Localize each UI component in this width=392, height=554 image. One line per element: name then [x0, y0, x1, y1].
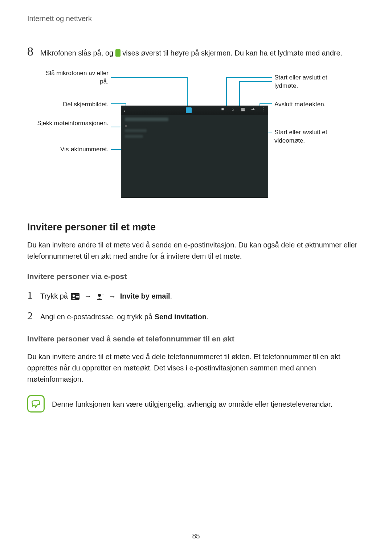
note-text: Denne funksjonen kan være utilgjengelig,…: [52, 395, 332, 410]
svg-rect-4: [76, 297, 79, 298]
video-icon: ■: [220, 107, 225, 112]
screenshot-body: [121, 115, 268, 144]
diagram-line: [111, 103, 126, 104]
breadcrumb: Internett og nettverk: [27, 15, 365, 23]
contacts-icon: ▦: [240, 107, 245, 112]
phone-icon: ⌕: [230, 107, 235, 112]
step1-suffix: .: [170, 292, 172, 300]
svg-rect-3: [76, 296, 79, 297]
diagram-line: [187, 77, 188, 108]
meeting-screenshot-diagram: Slå mikrofonen av eller på. Del skjermbi…: [27, 69, 365, 200]
step-number-1: 1: [27, 289, 40, 301]
step-2-text: Angi en e-postadresse, og trykk på Send …: [40, 311, 209, 322]
note-icon: [27, 395, 45, 413]
diagram-line: [226, 77, 272, 78]
blurred-info: [125, 129, 147, 132]
microphone-icon: [115, 49, 121, 57]
contacts-list-icon: [71, 292, 79, 303]
blurred-info: [125, 135, 143, 138]
step-2: 2 Angi en e-postadresse, og trykk på Sen…: [27, 309, 365, 322]
step8-before: Mikrofonen slås på, og: [40, 49, 115, 57]
send-invitation-label: Send invitation: [155, 313, 207, 321]
callout-share-screen: Del skjermbildet.: [40, 100, 109, 109]
diagram-line: [111, 77, 187, 78]
step-1-text: Trykk på → + → Invite by email.: [40, 291, 172, 303]
section-title-invite: Invitere personer til et møte: [27, 222, 365, 233]
diagram-line: [226, 77, 227, 108]
subheading-email: Invitere personer via e-post: [27, 272, 365, 281]
svg-rect-2: [76, 295, 79, 295]
page-number: 85: [192, 532, 200, 540]
meeting-app-screenshot: ‹ ■ ⌕ ▦ ➔ ⋮: [121, 106, 268, 198]
callout-audio-meeting: Start eller avslutt et lydmøte.: [274, 74, 351, 90]
more-icon: ⋮: [261, 107, 266, 112]
step-8: 8 Mikrofonen slås på, og vises øverst ti…: [27, 45, 365, 58]
screenshot-toolbar: ‹ ■ ⌕ ▦ ➔ ⋮: [121, 106, 268, 115]
step-number-2: 2: [27, 309, 40, 322]
callout-video-meeting: Start eller avslutt et videomøte.: [274, 128, 351, 145]
diagram-line: [239, 81, 240, 108]
svg-text:+: +: [102, 293, 104, 297]
diagram-line: [239, 81, 272, 82]
exit-icon: ➔: [250, 107, 256, 112]
phone-paragraph: Du kan invitere andre til et møte ved å …: [27, 351, 365, 385]
step8-after: vises øverst til høyre på skjermen. Du k…: [121, 49, 342, 57]
callout-session-number: Vis øktnummeret.: [34, 145, 109, 154]
participant-dot: [125, 125, 127, 127]
callout-check-info: Sjekk møteinformasjonen.: [34, 119, 109, 128]
callout-mic-toggle: Slå mikrofonen av eller på.: [40, 69, 109, 86]
arrow-1: →: [84, 292, 91, 300]
note-row: Denne funksjonen kan være utilgjengelig,…: [27, 395, 365, 413]
add-person-icon: +: [97, 292, 104, 303]
step-8-text: Mikrofonen slås på, og vises øverst til …: [40, 48, 342, 58]
step1-prefix: Trykk på: [40, 292, 70, 300]
invite-by-email-label: Invite by email: [120, 292, 170, 300]
arrow-2: →: [109, 292, 116, 300]
svg-point-5: [98, 294, 101, 297]
section-intro: Du kan invitere andre til et møte ved å …: [27, 239, 365, 262]
toolbar-mic-icon: [186, 107, 192, 113]
step-number-8: 8: [27, 45, 40, 58]
blurred-title: [125, 118, 168, 121]
svg-point-1: [72, 295, 74, 297]
subheading-phone: Invitere personer ved å sende et telefon…: [27, 335, 365, 343]
diagram-line: [260, 103, 272, 104]
back-icon: ‹: [123, 108, 125, 113]
step-1: 1 Trykk på → + → Invite by email.: [27, 289, 365, 303]
step2-prefix: Angi en e-postadresse, og trykk på: [40, 313, 155, 321]
step2-suffix: .: [207, 313, 209, 321]
callout-end-session: Avslutt møteøkten.: [274, 100, 351, 109]
